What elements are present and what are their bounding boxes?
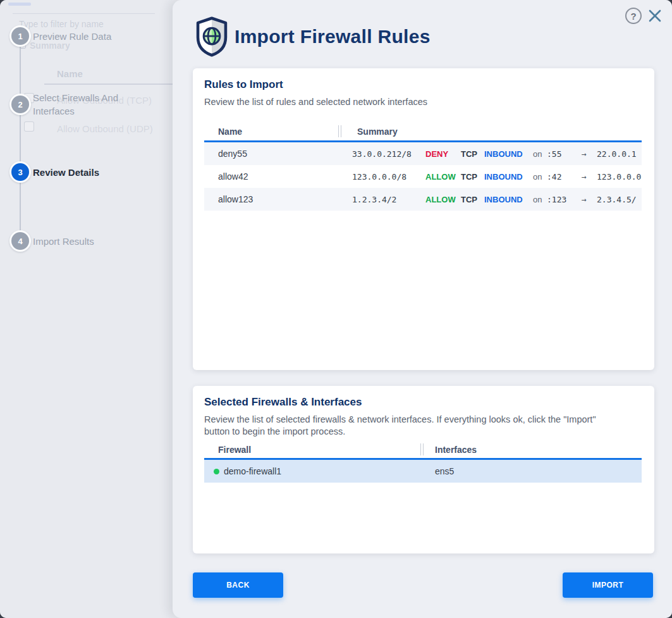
rule-protocol: TCP xyxy=(461,195,484,204)
rule-name: allow123 xyxy=(204,194,340,204)
column-header-name: Name xyxy=(218,127,242,137)
rule-destination: 123.0.0.0 xyxy=(597,172,641,182)
rule-source: 1.2.3.4/2 xyxy=(352,195,425,204)
step-number-2: 2 xyxy=(18,100,22,109)
import-button[interactable]: IMPORT xyxy=(563,572,653,598)
wizard-sidebar: Type to filter by name Summary Name Allo… xyxy=(0,0,173,618)
column-header-summary: Summary xyxy=(357,127,398,137)
rule-name: deny55 xyxy=(204,149,340,159)
rules-card: Rules to Import Review the list of rules… xyxy=(193,68,654,370)
rule-name: allow42 xyxy=(204,171,340,182)
rule-protocol: TCP xyxy=(461,172,484,182)
table-row-deny55: deny55 33.0.0.212/8 DENY TCP INBOUND on … xyxy=(204,142,642,165)
status-dot-icon xyxy=(214,469,219,474)
firewalls-card-title: Selected Firewalls & Interfaces xyxy=(204,396,362,409)
rule-port: :55 xyxy=(547,149,582,159)
arrow-right-icon: → xyxy=(582,149,597,159)
step-circle-3[interactable]: 3 xyxy=(9,161,31,183)
firewalls-card: Selected Firewalls & Interfaces Review t… xyxy=(193,386,654,553)
back-button[interactable]: BACK xyxy=(193,572,283,598)
rule-destination: 2.3.4.5/ xyxy=(597,195,637,204)
step-circle-1[interactable]: 1 xyxy=(9,25,31,47)
page-title: Import Firewall Rules xyxy=(235,26,431,47)
step-label-select-firewalls[interactable]: Select Firewalls And Interfaces xyxy=(33,91,144,118)
table-row-allow42: allow42 123.0.0.0/8 ALLOW TCP INBOUND on… xyxy=(204,165,642,188)
rule-on-label: on xyxy=(533,195,547,204)
rule-summary: 1.2.3.4/2 ALLOW TCP INBOUND on :123 → 2.… xyxy=(340,195,637,204)
firewall-row-demo-firewall1[interactable]: demo-firewall1 ens5 xyxy=(204,460,642,483)
step-label-import-results[interactable]: Import Results xyxy=(33,235,147,248)
column-header-firewall: Firewall xyxy=(218,445,251,455)
column-resize-handle-icon[interactable] xyxy=(420,443,424,455)
close-icon xyxy=(647,8,663,23)
step-label-review-details[interactable]: Review Details xyxy=(33,166,147,179)
rule-source: 123.0.0.0/8 xyxy=(352,172,425,182)
firewall-name: demo-firewall1 xyxy=(224,466,281,476)
ghost-divider-line-top xyxy=(13,13,155,14)
rule-action-badge: ALLOW xyxy=(425,195,461,204)
firewalls-table: Firewall Interfaces demo-firewall1 ens5 xyxy=(204,442,642,483)
stepper-connector-line xyxy=(20,36,21,241)
rule-port: :42 xyxy=(547,172,582,182)
rule-summary: 33.0.0.212/8 DENY TCP INBOUND on :55 → 2… xyxy=(340,149,637,159)
step-number-3: 3 xyxy=(18,168,22,177)
rule-protocol: TCP xyxy=(461,149,484,159)
rule-action-badge: DENY xyxy=(425,149,461,159)
help-icon: ? xyxy=(630,11,636,22)
ghost-row-allow-udp: Allow Outbound (UDP) xyxy=(57,123,153,134)
rule-port: :123 xyxy=(547,195,582,204)
rule-action-badge: ALLOW xyxy=(425,172,461,182)
step-circle-2[interactable]: 2 xyxy=(9,94,31,115)
shield-globe-icon xyxy=(194,16,229,59)
rule-direction: INBOUND xyxy=(484,149,533,159)
firewall-cell: demo-firewall1 xyxy=(204,466,422,476)
firewalls-table-header: Firewall Interfaces xyxy=(204,442,642,460)
main-panel: Import Firewall Rules ? Rules to Import … xyxy=(173,0,672,618)
firewalls-card-subtitle-line2: button to begin the import process. xyxy=(204,426,345,438)
firewalls-card-subtitle-line1: Review the list of selected firewalls & … xyxy=(204,414,596,426)
interface-name: ens5 xyxy=(422,466,454,476)
step-number-4: 4 xyxy=(18,237,22,246)
rules-card-title: Rules to Import xyxy=(204,78,283,91)
step-circle-4[interactable]: 4 xyxy=(9,230,31,252)
rule-summary: 123.0.0.0/8 ALLOW TCP INBOUND on :42 → 1… xyxy=(340,172,641,182)
ghost-checkbox-2 xyxy=(24,121,34,132)
rules-table: Name Summary deny55 33.0.0.212/8 DENY TC… xyxy=(204,123,642,211)
rule-direction: INBOUND xyxy=(484,172,533,182)
rule-source: 33.0.0.212/8 xyxy=(352,149,425,159)
arrow-right-icon: → xyxy=(582,172,597,182)
page-background: Type to filter by name Summary Name Allo… xyxy=(0,0,672,618)
arrow-right-icon: → xyxy=(582,195,597,204)
rule-on-label: on xyxy=(533,172,547,182)
help-button[interactable]: ? xyxy=(625,8,642,24)
rule-destination: 22.0.0.1 xyxy=(597,149,637,159)
column-resize-handle-icon[interactable] xyxy=(338,125,341,137)
ghost-search-placeholder: Type to filter by name xyxy=(19,19,104,29)
import-wizard-modal: Type to filter by name Summary Name Allo… xyxy=(0,0,672,618)
ghost-name-header: Name xyxy=(57,68,83,79)
ghost-topbar xyxy=(8,3,31,6)
rule-on-label: on xyxy=(533,149,547,159)
column-header-interfaces: Interfaces xyxy=(435,445,477,455)
ghost-divider-line xyxy=(44,83,173,85)
step-label-preview-rule-data[interactable]: Preview Rule Data xyxy=(33,30,147,43)
rules-card-subtitle: Review the list of rules and selected ne… xyxy=(204,96,427,108)
table-row-allow123: allow123 1.2.3.4/2 ALLOW TCP INBOUND on … xyxy=(204,188,642,211)
close-button[interactable] xyxy=(647,8,663,23)
rules-table-header: Name Summary xyxy=(204,123,642,142)
step-number-1: 1 xyxy=(18,32,22,41)
rule-direction: INBOUND xyxy=(484,195,533,204)
